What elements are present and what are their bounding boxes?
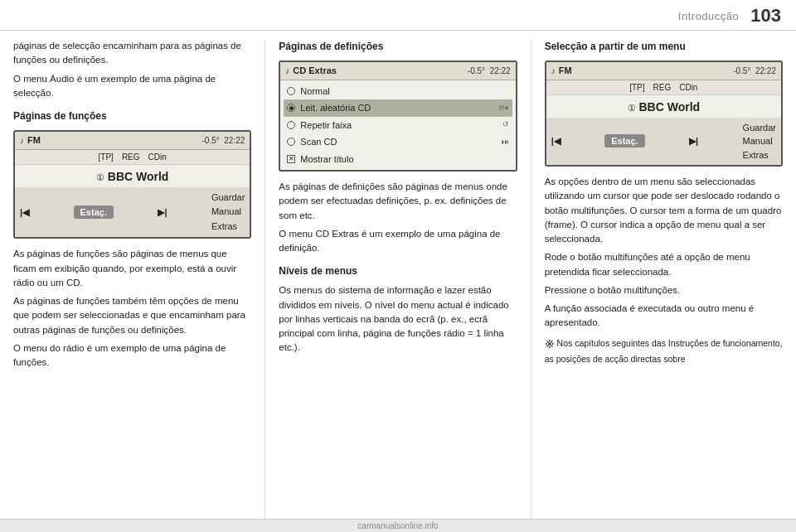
prev-btn-icon-1: |◀ [20,206,29,220]
col1-intro: páginas de selecção encaminham para as p… [13,39,251,68]
column-1: páginas de selecção encaminham para as p… [0,39,265,532]
col1-para3: O menu do rádio é um exemplo de uma pági… [13,341,251,370]
fm-screen-2: ♪ FM -0.5° 22:22 [TP] REG CDin ① BBC Wor… [545,60,783,167]
device-signal-2: -0.5° [468,66,485,75]
device-topbar-right-2: -0.5° 22:22 [468,65,511,77]
radio-leit [287,104,295,112]
radio-scan [287,138,295,146]
station-name-3: BBC World [638,100,700,114]
col2-para1: As páginas de definições são páginas de … [279,180,517,223]
label-scan: Scan CD [300,135,496,149]
tag-reg-1: REG [122,151,140,163]
col1-menu-note: O menu Áudio é um exemplo de uma página … [13,72,251,101]
music-icon-2: ♪ [285,65,289,77]
device-topbar-1: ♪ FM -0.5° 22:22 [15,132,250,150]
station-num-3: ① [628,103,636,113]
station-num-1: ① [96,172,104,182]
settings-screen: ♪ CD Extras -0.5° 22:22 Normal Leit. ale… [279,60,517,172]
device-controls-3: |◀ Estaç. ▶| Guardar Manual Extras [546,118,781,166]
menu-item-extras-3: Extras [743,148,776,162]
label-mostrar: Mostrar título [300,152,508,167]
col2-section-title: Páginas de definições [279,39,517,54]
col3-para3: Pressione o botão multifunções. [545,283,783,297]
tag-cdin-3: CDin [679,81,697,94]
device-menu-3: Guardar Manual Extras [743,121,776,162]
music-icon-3: ♪ [551,65,556,77]
settings-list: Normal Leit. aleatória CD R● Repetir fai… [280,80,515,171]
device-time-1: 22:22 [224,136,245,145]
device-subbar-1: [TP] REG CDin [15,150,250,165]
device-source-1: FM [27,133,41,148]
device-station-1: ① BBC World [15,165,250,187]
col2-para2: O menu CD Extras é um exemplo de uma pág… [279,227,517,256]
icon-scan: ⏭ [502,137,509,148]
col3-para1: As opções dentro de um menu são seleccio… [545,175,783,246]
col1-para2: As páginas de funções também têm opções … [13,294,251,337]
col2-para3: Os menus do sistema de informação e laze… [279,283,517,355]
menu-item-guardar-3: Guardar [743,121,776,135]
device-station-3: ① BBC World [546,95,781,118]
next-btn-icon-1: ▶| [158,206,167,220]
col2-subsection-title: Níveis de menus [279,264,517,278]
menu-item-extras-1: Extras [211,220,245,235]
next-btn-icon-3: ▶| [689,134,698,148]
device-menu-1: Guardar Manual Extras [211,191,245,235]
settings-item-scan: Scan CD ⏭ [284,133,512,151]
tag-tp-3: [TP] [629,81,644,94]
column-2: Páginas de definições ♪ CD Extras -0.5° … [265,39,531,532]
device-topbar-2: ♪ CD Extras -0.5° 22:22 [280,62,515,80]
col3-para4: A função associada é executada ou outro … [545,302,783,331]
fm-screen-1: ♪ FM -0.5° 22:22 [TP] REG CDin ① BBC Wor… [13,130,251,239]
prev-btn-icon-3: |◀ [551,134,561,148]
device-controls-1: |◀ Estaç. ▶| Guardar Manual Extras [15,187,250,238]
menu-item-manual-1: Manual [211,205,245,220]
column-3: Selecção a partir de um menu ♪ FM -0.5° … [531,39,796,532]
device-signal-1: -0.5° [202,136,220,145]
settings-item-leit: Leit. aleatória CD R● [284,99,512,117]
station-name-1: BBC World [108,170,169,183]
settings-item-repetir: Repetir faixa ↺ [284,117,512,134]
tag-tp-1: [TP] [99,151,114,163]
estac-button-3[interactable]: Estaç. [604,134,644,148]
device-subbar-3: [TP] REG CDin [546,80,781,95]
label-normal: Normal [300,85,508,99]
device-topbar-3: ♪ FM -0.5° 22:22 [546,62,781,80]
col3-section-title: Selecção a partir de um menu [545,39,783,54]
device-topbar-right-1: -0.5° 22:22 [202,134,245,147]
settings-item-mostrar: ✕ Mostrar título [284,151,512,168]
device-topbar-right-3: -0.5° 22:22 [733,65,776,77]
device-time-2: 22:22 [490,66,511,75]
main-content: páginas de selecção encaminham para as p… [0,31,796,532]
menu-item-manual-3: Manual [743,134,776,148]
device-signal-3: -0.5° [733,66,750,75]
note-icon: ※ [545,337,555,351]
note-text: Nos capítulos seguintes das Instruções d… [545,338,783,364]
menu-item-guardar-1: Guardar [211,191,245,206]
tag-reg-3: REG [653,81,672,94]
footer-watermark: carmanualsonline.info [0,519,796,532]
col3-para2: Rode o botão multifunções até a opção de… [545,250,783,279]
watermark-text: carmanualsonline.info [357,521,438,530]
device-source-3: FM [559,64,572,78]
col3-note: ※ Nos capítulos seguintes das Instruções… [545,336,783,366]
radio-repetir [287,121,295,129]
label-leit: Leit. aleatória CD [300,101,493,115]
radio-normal [287,87,295,95]
col1-para1: As páginas de funções são páginas de men… [13,247,251,290]
settings-item-normal: Normal [284,83,512,100]
checkbox-mostrar: ✕ [287,155,295,163]
col1-section-title: Páginas de funções [13,109,251,123]
icon-leit: R● [499,103,509,114]
device-source-2: CD Extras [293,64,337,78]
page-header: Introducção 103 [0,0,796,31]
estac-button-1[interactable]: Estaç. [74,206,114,219]
chapter-title: Introducção [678,10,739,22]
device-time-3: 22:22 [755,66,776,75]
label-repetir: Repetir faixa [300,118,497,133]
page-number: 103 [750,5,781,27]
icon-repetir: ↺ [502,119,509,131]
music-icon-1: ♪ [20,134,24,147]
tag-cdin-1: CDin [148,151,167,163]
